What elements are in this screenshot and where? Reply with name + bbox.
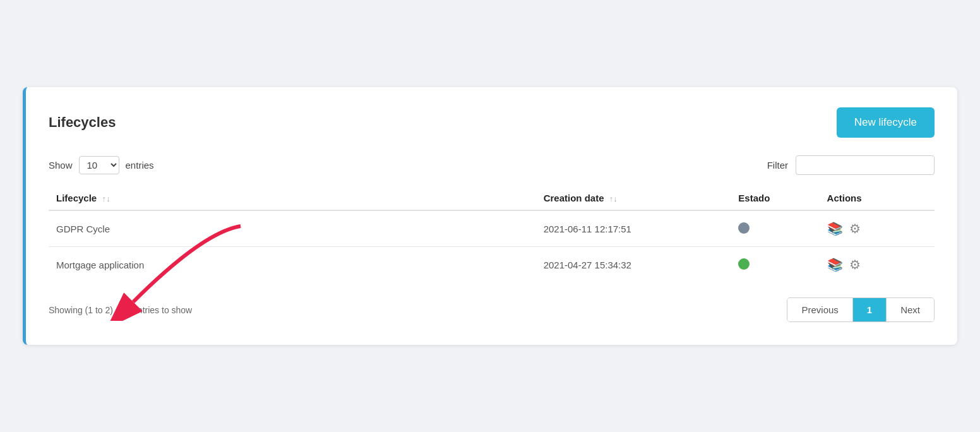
lifecycle-name-cell: GDPR Cycle bbox=[49, 210, 536, 247]
actions-cell: 📚 ⚙ bbox=[820, 247, 935, 283]
pagination: Previous 1 Next bbox=[787, 297, 935, 322]
settings-icon[interactable]: ⚙ bbox=[849, 257, 861, 272]
col-header-actions: Actions bbox=[820, 186, 935, 211]
filter-area: Filter bbox=[767, 155, 935, 175]
table-row: GDPR Cycle2021-06-11 12:17:51 📚 ⚙ bbox=[49, 210, 935, 247]
creation-date-cell: 2021-04-27 15:34:32 bbox=[536, 247, 731, 283]
showing-text: Showing (1 to 2) of 2 entries to show bbox=[49, 305, 192, 315]
col-header-lifecycle: Lifecycle ↑↓ bbox=[49, 186, 536, 211]
table-header-row: Lifecycle ↑↓ Creation date ↑↓ Estado Act… bbox=[49, 186, 935, 211]
page-title: Lifecycles bbox=[49, 114, 116, 131]
view-icon[interactable]: 📚 bbox=[827, 221, 843, 236]
view-icon[interactable]: 📚 bbox=[827, 257, 843, 272]
actions-cell: 📚 ⚙ bbox=[820, 210, 935, 247]
lifecycle-name-cell: Mortgage application bbox=[49, 247, 536, 283]
toolbar: Show 10 25 50 100 entries Filter bbox=[49, 155, 935, 175]
table-row: Mortgage application2021-04-27 15:34:32 … bbox=[49, 247, 935, 283]
creation-date-cell: 2021-06-11 12:17:51 bbox=[536, 210, 731, 247]
show-entries-control: Show 10 25 50 100 entries bbox=[49, 156, 154, 174]
sort-date-icon[interactable]: ↑↓ bbox=[609, 194, 618, 203]
new-lifecycle-button[interactable]: New lifecycle bbox=[837, 107, 935, 138]
filter-input[interactable] bbox=[796, 155, 935, 175]
card-header: Lifecycles New lifecycle bbox=[49, 107, 935, 138]
col-header-creation-date: Creation date ↑↓ bbox=[536, 186, 731, 211]
settings-icon[interactable]: ⚙ bbox=[849, 221, 861, 236]
page-1-button[interactable]: 1 bbox=[853, 298, 887, 321]
status-dot bbox=[738, 222, 750, 234]
table-head: Lifecycle ↑↓ Creation date ↑↓ Estado Act… bbox=[49, 186, 935, 211]
next-button[interactable]: Next bbox=[887, 298, 934, 321]
lifecycles-card: Lifecycles New lifecycle Show 10 25 50 1… bbox=[23, 87, 957, 345]
status-dot bbox=[738, 258, 750, 270]
show-label: Show bbox=[49, 160, 73, 171]
status-cell bbox=[731, 247, 819, 283]
previous-button[interactable]: Previous bbox=[787, 298, 852, 321]
entries-select[interactable]: 10 25 50 100 bbox=[79, 156, 119, 174]
table-footer: Showing (1 to 2) of 2 entries to show Pr… bbox=[49, 297, 935, 322]
filter-label: Filter bbox=[767, 160, 788, 171]
entries-label: entries bbox=[126, 160, 154, 171]
lifecycles-table: Lifecycle ↑↓ Creation date ↑↓ Estado Act… bbox=[49, 186, 935, 283]
status-cell bbox=[731, 210, 819, 247]
table-body: GDPR Cycle2021-06-11 12:17:51 📚 ⚙ Mortga… bbox=[49, 210, 935, 282]
col-header-estado: Estado bbox=[731, 186, 819, 211]
sort-lifecycle-icon[interactable]: ↑↓ bbox=[102, 194, 110, 203]
